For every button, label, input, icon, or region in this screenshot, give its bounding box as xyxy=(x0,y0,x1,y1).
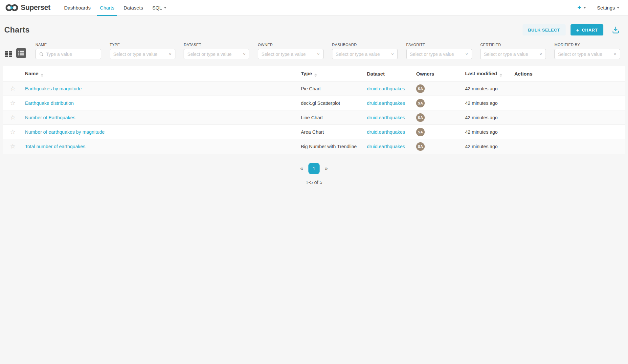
new-item-menu-button[interactable]: + xyxy=(577,4,586,11)
owner-avatar: SA xyxy=(416,113,425,122)
column-header-last-modified[interactable]: Last modified xyxy=(462,66,512,81)
favorite-star-icon[interactable]: ☆ xyxy=(10,100,15,106)
chevron-down-icon xyxy=(164,7,167,9)
nav-right: + Settings xyxy=(577,0,619,15)
card-view-icon xyxy=(5,50,13,58)
list-view-toggle[interactable] xyxy=(16,48,26,58)
owner-avatar: SA xyxy=(416,84,425,93)
favorite-star-icon[interactable]: ☆ xyxy=(10,114,15,121)
dataset-filter-select[interactable]: Select or type a value ∨ xyxy=(184,49,249,59)
favorite-star-icon[interactable]: ☆ xyxy=(10,143,15,149)
dataset-link[interactable]: druid.earthquakes xyxy=(367,86,405,91)
row-actions xyxy=(512,110,625,125)
chevron-down-icon xyxy=(617,7,619,9)
chevron-down-icon: ∨ xyxy=(539,52,543,56)
last-modified: 42 minutes ago xyxy=(462,125,512,139)
column-header-owners: Owners xyxy=(414,66,462,81)
chart-name-link[interactable]: Earthquake distribution xyxy=(25,101,74,106)
pagination-prev-button[interactable]: « xyxy=(297,164,306,173)
filter-certified: CERTIFIED Select or type a value ∨ xyxy=(480,43,546,59)
filter-modified-by: MODIFIED BY Select or type a value ∨ xyxy=(554,43,620,59)
import-charts-button[interactable] xyxy=(612,26,620,34)
sort-icon xyxy=(314,74,317,77)
new-chart-button[interactable]: + CHART xyxy=(571,24,603,35)
nav-item-sql[interactable]: SQL xyxy=(147,0,171,15)
row-actions xyxy=(512,81,625,96)
dataset-link[interactable]: druid.earthquakes xyxy=(367,101,405,106)
search-icon xyxy=(39,52,44,57)
chart-type: Area Chart xyxy=(298,125,364,139)
dataset-link[interactable]: druid.earthquakes xyxy=(367,129,405,135)
table-row: ☆ Earthquake distribution deck.gl Scatte… xyxy=(3,96,625,110)
nav-item-dashboards[interactable]: Dashboards xyxy=(59,0,95,15)
pagination-summary: 1-5 of 5 xyxy=(0,179,628,185)
view-toggles xyxy=(5,48,26,59)
superset-logo[interactable]: Superset xyxy=(5,0,50,15)
dataset-link[interactable]: druid.earthquakes xyxy=(367,115,405,120)
row-actions xyxy=(512,96,625,110)
chart-name-link[interactable]: Number of earthquakes by magnitude xyxy=(25,129,105,135)
charts-table: Name Type Dataset Owners Last modified A… xyxy=(3,66,625,154)
favorite-star-icon[interactable]: ☆ xyxy=(10,85,15,92)
settings-menu-button[interactable]: Settings xyxy=(597,5,619,11)
charts-table-card: Name Type Dataset Owners Last modified A… xyxy=(3,66,625,154)
last-modified: 42 minutes ago xyxy=(462,96,512,110)
filter-dataset: DATASET Select or type a value ∨ xyxy=(184,43,249,59)
page-header: Charts BULK SELECT + CHART xyxy=(0,16,628,42)
chevron-down-icon: ∨ xyxy=(168,52,172,56)
chevron-down-icon: ∨ xyxy=(465,52,468,56)
chart-name-link[interactable]: Total number of earthquakes xyxy=(25,144,85,149)
chart-name-link[interactable]: Earthquakes by magnitude xyxy=(25,86,82,91)
dashboard-filter-select[interactable]: Select or type a value ∨ xyxy=(332,49,398,59)
card-view-toggle[interactable] xyxy=(5,50,13,58)
dataset-link[interactable]: druid.earthquakes xyxy=(367,144,405,149)
filter-owner: OWNER Select or type a value ∨ xyxy=(258,43,324,59)
owner-filter-select[interactable]: Select or type a value ∨ xyxy=(258,49,324,59)
type-filter-select[interactable]: Select or type a value ∨ xyxy=(110,49,175,59)
chevron-down-icon: ∨ xyxy=(613,52,617,56)
pagination: « 1 » xyxy=(0,163,628,174)
nav-item-datasets[interactable]: Datasets xyxy=(119,0,147,15)
chart-type: Pie Chart xyxy=(298,81,364,96)
certified-filter-select[interactable]: Select or type a value ∨ xyxy=(480,49,546,59)
favorite-filter-select[interactable]: Select or type a value ∨ xyxy=(406,49,472,59)
filter-bar: NAME TYPE Select or type a value ∨ DATAS… xyxy=(0,43,628,59)
chevron-down-icon: ∨ xyxy=(243,52,246,56)
filters: NAME TYPE Select or type a value ∨ DATAS… xyxy=(35,43,620,59)
pagination-next-button[interactable]: » xyxy=(322,164,331,173)
plus-icon: + xyxy=(577,4,581,11)
column-header-name[interactable]: Name xyxy=(22,66,298,81)
table-header-row: Name Type Dataset Owners Last modified A… xyxy=(3,66,625,81)
sort-icon xyxy=(41,74,43,77)
table-row: ☆ Number of earthquakes by magnitude Are… xyxy=(3,125,625,139)
last-modified: 42 minutes ago xyxy=(462,139,512,154)
name-filter-input[interactable] xyxy=(46,52,98,57)
table-row: ☆ Total number of earthquakes Big Number… xyxy=(3,139,625,154)
chart-name-link[interactable]: Number of Earthquakes xyxy=(25,115,75,120)
chart-type: Big Number with Trendline xyxy=(298,139,364,154)
column-header-type[interactable]: Type xyxy=(298,66,364,81)
filter-favorite: FAVORITE Select or type a value ∨ xyxy=(406,43,472,59)
download-icon xyxy=(612,26,620,34)
filter-type: TYPE Select or type a value ∨ xyxy=(110,43,175,59)
column-header-dataset: Dataset xyxy=(364,66,414,81)
header-star-spacer xyxy=(3,66,22,81)
table-row: ☆ Number of Earthquakes Line Chart druid… xyxy=(3,110,625,125)
nav-item-charts[interactable]: Charts xyxy=(95,0,119,15)
page-title: Charts xyxy=(4,25,30,34)
plus-icon: + xyxy=(576,27,579,33)
superset-infinity-icon xyxy=(5,3,18,12)
row-actions xyxy=(512,125,625,139)
pagination-page-1[interactable]: 1 xyxy=(308,163,320,174)
chevron-down-icon xyxy=(583,7,586,9)
modified-by-filter-select[interactable]: Select or type a value ∨ xyxy=(554,49,620,59)
brand-name: Superset xyxy=(21,3,50,12)
bulk-select-button[interactable]: BULK SELECT xyxy=(523,24,566,35)
top-navbar: Superset Dashboards Charts Datasets SQL … xyxy=(0,0,628,16)
chart-type: Line Chart xyxy=(298,110,364,125)
owner-avatar: SA xyxy=(416,99,425,107)
filter-name: NAME xyxy=(35,43,101,59)
favorite-star-icon[interactable]: ☆ xyxy=(10,129,15,135)
last-modified: 42 minutes ago xyxy=(462,81,512,96)
chevron-down-icon: ∨ xyxy=(391,52,394,56)
